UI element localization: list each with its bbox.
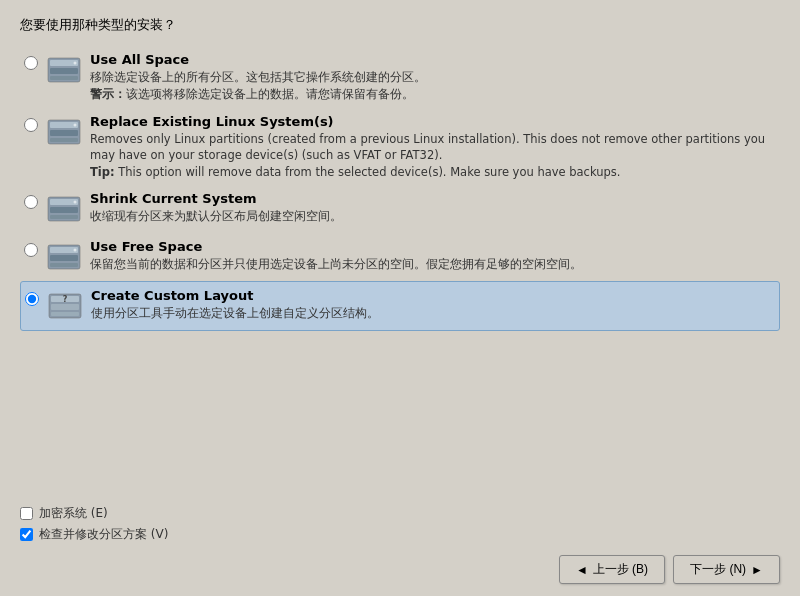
icon-shrink-current <box>46 191 82 227</box>
svg-point-9 <box>74 124 77 127</box>
svg-rect-23 <box>51 312 79 316</box>
icon-create-custom-layout: ? <box>47 288 83 324</box>
option-content-custom-layout: Create Custom Layout 使用分区工具手动在选定设备上创建自定义… <box>91 288 775 321</box>
option-replace-linux[interactable]: Replace Existing Linux System(s) Removes… <box>20 108 780 185</box>
disk-icon-shrink <box>47 192 81 226</box>
button-row: ◄ 上一步 (B) 下一步 (N) ► <box>20 555 780 584</box>
tip-label-replace: Tip: <box>90 165 115 179</box>
option-content-shrink-current: Shrink Current System 收缩现有分区来为默认分区布局创建空闲… <box>90 191 776 224</box>
svg-point-19 <box>74 249 77 252</box>
option-title-shrink-current: Shrink Current System <box>90 191 776 206</box>
radio-create-custom-layout[interactable] <box>25 292 39 306</box>
option-create-custom-layout[interactable]: ? Create Custom Layout 使用分区工具手动在选定设备上创建自… <box>20 281 780 331</box>
svg-point-14 <box>74 201 77 204</box>
radio-use-free-space[interactable] <box>24 243 38 257</box>
checkbox-encrypt[interactable] <box>20 507 33 520</box>
checkboxes: 加密系统 (E) 检查并修改分区方案 (V) <box>20 505 780 543</box>
svg-rect-7 <box>50 130 78 136</box>
disk-icon-all-space <box>47 53 81 87</box>
option-desc-custom-layout: 使用分区工具手动在选定设备上创建自定义分区结构。 <box>91 305 775 321</box>
disk-icon-free-space <box>47 240 81 274</box>
option-tip-replace-linux: Tip: This option will remove data from t… <box>90 165 776 179</box>
checkbox-encrypt-row[interactable]: 加密系统 (E) <box>20 505 780 522</box>
option-title-use-free-space: Use Free Space <box>90 239 776 254</box>
svg-rect-22 <box>51 304 79 310</box>
checkbox-review-row[interactable]: 检查并修改分区方案 (V) <box>20 526 780 543</box>
checkbox-review[interactable] <box>20 528 33 541</box>
option-desc-use-free-space: 保留您当前的数据和分区并只使用选定设备上尚未分区的空间。假定您拥有足够的空闲空间… <box>90 256 776 272</box>
option-desc-replace-linux: Removes only Linux partitions (created f… <box>90 131 776 163</box>
svg-rect-13 <box>50 215 78 219</box>
option-title-replace-linux: Replace Existing Linux System(s) <box>90 114 776 129</box>
option-desc-shrink-current: 收缩现有分区来为默认分区布局创建空闲空间。 <box>90 208 776 224</box>
bottom-area: 加密系统 (E) 检查并修改分区方案 (V) ◄ 上一步 (B) 下一步 (N)… <box>20 505 780 584</box>
radio-shrink-current[interactable] <box>24 195 38 209</box>
icon-use-all-space <box>46 52 82 88</box>
option-desc-all-space: 移除选定设备上的所有分区。这包括其它操作系统创建的分区。 <box>90 69 776 85</box>
icon-replace-linux <box>46 114 82 150</box>
option-use-free-space[interactable]: Use Free Space 保留您当前的数据和分区并只使用选定设备上尚未分区的… <box>20 233 780 281</box>
option-tip-all-space: 警示：该选项将移除选定设备上的数据。请您请保留有备份。 <box>90 87 776 102</box>
option-shrink-current[interactable]: Shrink Current System 收缩现有分区来为默认分区布局创建空闲… <box>20 185 780 233</box>
next-arrow-icon: ► <box>751 563 763 577</box>
svg-rect-12 <box>50 207 78 213</box>
icon-use-free-space <box>46 239 82 275</box>
option-title-all-space: Use All Space <box>90 52 776 67</box>
back-arrow-icon: ◄ <box>576 563 588 577</box>
checkbox-encrypt-label: 加密系统 (E) <box>39 505 108 522</box>
svg-rect-17 <box>50 255 78 261</box>
svg-point-4 <box>74 62 77 65</box>
svg-rect-2 <box>50 68 78 74</box>
svg-rect-3 <box>50 76 78 80</box>
option-content-replace-linux: Replace Existing Linux System(s) Removes… <box>90 114 776 179</box>
options-list: Use All Space 移除选定设备上的所有分区。这包括其它操作系统创建的分… <box>20 46 780 331</box>
page-title: 您要使用那种类型的安装？ <box>20 16 780 34</box>
back-button-label: 上一步 (B) <box>593 561 648 578</box>
checkbox-review-label: 检查并修改分区方案 (V) <box>39 526 168 543</box>
next-button[interactable]: 下一步 (N) ► <box>673 555 780 584</box>
tip-text-all-space: 该选项将移除选定设备上的数据。请您请保留有备份。 <box>126 87 414 101</box>
radio-use-all-space[interactable] <box>24 56 38 70</box>
back-button[interactable]: ◄ 上一步 (B) <box>559 555 665 584</box>
disk-icon-replace <box>47 115 81 149</box>
tip-label-all-space: 警示： <box>90 87 126 101</box>
disk-icon-custom: ? <box>48 289 82 323</box>
option-content-use-free-space: Use Free Space 保留您当前的数据和分区并只使用选定设备上尚未分区的… <box>90 239 776 272</box>
option-use-all-space[interactable]: Use All Space 移除选定设备上的所有分区。这包括其它操作系统创建的分… <box>20 46 780 108</box>
svg-rect-8 <box>50 138 78 142</box>
option-content-all-space: Use All Space 移除选定设备上的所有分区。这包括其它操作系统创建的分… <box>90 52 776 102</box>
tip-text-replace: This option will remove data from the se… <box>115 165 621 179</box>
option-title-custom-layout: Create Custom Layout <box>91 288 775 303</box>
svg-rect-18 <box>50 263 78 267</box>
next-button-label: 下一步 (N) <box>690 561 746 578</box>
svg-text:?: ? <box>63 295 68 304</box>
radio-replace-linux[interactable] <box>24 118 38 132</box>
